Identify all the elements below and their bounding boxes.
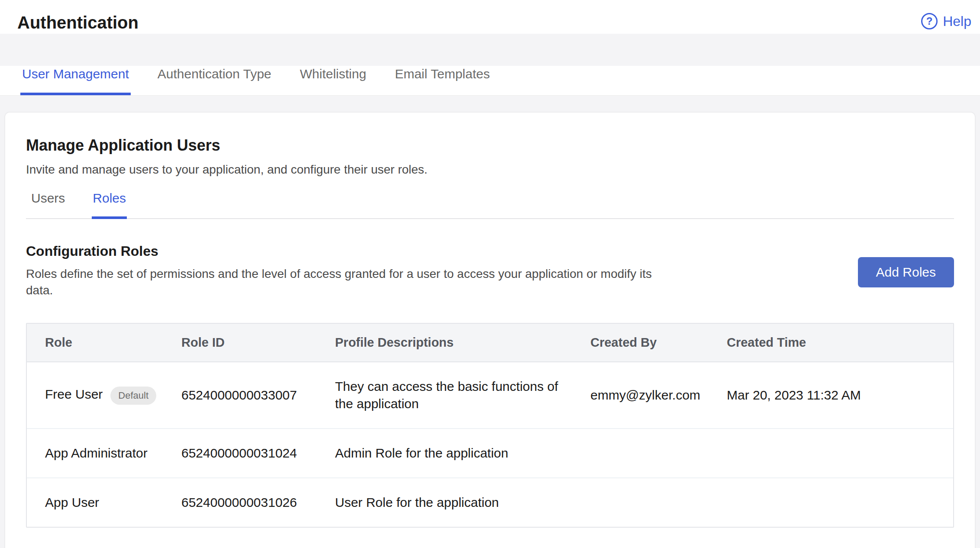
cell-created-by [572, 478, 709, 527]
configuration-roles-header: Configuration Roles Roles define the set… [26, 242, 954, 299]
default-badge: Default [110, 387, 156, 405]
role-name: App User [45, 495, 99, 509]
column-header-created-by: Created By [572, 324, 709, 362]
content-card: Manage Application Users Invite and mana… [4, 112, 976, 548]
column-header-role-id: Role ID [163, 324, 317, 362]
roles-table: Role Role ID Profile Descriptions Create… [26, 323, 954, 528]
table-row[interactable]: App User 6524000000031026 User Role for … [27, 478, 953, 527]
role-name: Free User [45, 387, 103, 401]
cell-created-time [709, 429, 953, 478]
role-name: App Administrator [45, 446, 148, 460]
column-header-role: Role [27, 324, 163, 362]
cell-role-id: 6524000000031026 [163, 478, 317, 527]
cell-role-id: 6524000000033007 [163, 362, 317, 429]
section-description: Roles define the set of permissions and … [26, 266, 667, 299]
help-link[interactable]: ? Help [919, 11, 974, 31]
table-header-row: Role Role ID Profile Descriptions Create… [27, 324, 953, 362]
cell-created-by: emmy@zylker.com [572, 362, 709, 429]
subtab-roles[interactable]: Roles [92, 190, 127, 219]
tab-user-management[interactable]: User Management [20, 66, 131, 95]
page-title: Authentication [17, 11, 139, 34]
cell-role: App Administrator [27, 429, 163, 478]
cell-role-id: 6524000000031024 [163, 429, 317, 478]
panel-heading: Manage Application Users [26, 136, 954, 155]
cell-role: App User [27, 478, 163, 527]
add-roles-button[interactable]: Add Roles [858, 257, 954, 287]
panel-subheading: Invite and manage users to your applicat… [26, 162, 954, 177]
cell-description: User Role for the application [317, 478, 572, 527]
subtab-users[interactable]: Users [30, 190, 66, 219]
cell-description: Admin Role for the application [317, 429, 572, 478]
section-heading: Configuration Roles [26, 242, 667, 260]
tab-email-templates[interactable]: Email Templates [393, 66, 492, 95]
help-circle-icon: ? [921, 13, 938, 29]
main-tab-bar: User Management Authentication Type Whit… [0, 66, 980, 96]
cell-created-time [709, 478, 953, 527]
column-header-profile-descriptions: Profile Descriptions [317, 324, 572, 362]
help-label: Help [943, 13, 971, 29]
cell-description: They can access the basic functions of t… [317, 362, 572, 429]
table-row[interactable]: Free UserDefault 6524000000033007 They c… [27, 362, 953, 429]
top-header: Authentication ? Help [0, 0, 980, 34]
cell-role: Free UserDefault [27, 362, 163, 429]
tab-authentication-type[interactable]: Authentication Type [156, 66, 273, 95]
cell-created-time: Mar 20, 2023 11:32 AM [709, 362, 953, 429]
sub-tab-bar: Users Roles [26, 190, 954, 219]
tab-whitelisting[interactable]: Whitelisting [298, 66, 368, 95]
configuration-roles-text: Configuration Roles Roles define the set… [26, 242, 667, 299]
cell-created-by [572, 429, 709, 478]
column-header-created-time: Created Time [709, 324, 953, 362]
table-row[interactable]: App Administrator 6524000000031024 Admin… [27, 429, 953, 478]
